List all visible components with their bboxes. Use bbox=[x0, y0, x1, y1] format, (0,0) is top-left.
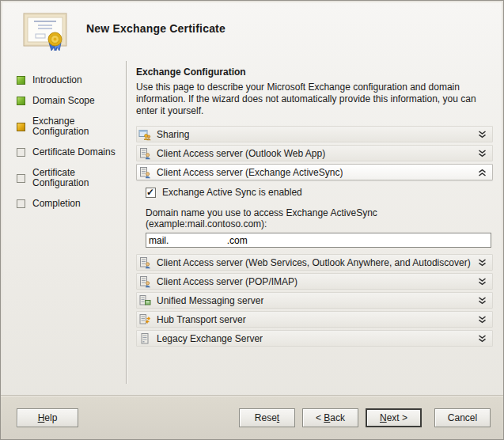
certificate-icon bbox=[23, 13, 69, 52]
activesync-enabled-label: Exchange Active Sync is enabled bbox=[162, 187, 302, 198]
hub-transport-server-icon bbox=[138, 313, 151, 326]
cancel-button[interactable]: Cancel bbox=[434, 408, 491, 427]
step-exchange-configuration: Exchange Configuration bbox=[17, 116, 126, 137]
chevron-double-down-icon[interactable] bbox=[478, 335, 487, 343]
client-access-server-icon bbox=[138, 256, 151, 269]
content-title: Exchange Configuration bbox=[136, 66, 493, 78]
page-title: New Exchange Certificate bbox=[86, 22, 225, 35]
step-certificate-domains: Certificate Domains bbox=[17, 147, 126, 157]
domain-name-label: Domain name you use to access Exchange A… bbox=[146, 207, 491, 229]
section-row-sharing[interactable]: Sharing bbox=[136, 126, 493, 142]
step-status-icon bbox=[17, 76, 25, 85]
reset-button[interactable]: Reset bbox=[239, 408, 295, 427]
client-access-server-icon bbox=[138, 275, 151, 288]
step-label: Completion bbox=[32, 199, 121, 209]
next-button[interactable]: Next > bbox=[366, 408, 422, 427]
client-access-server-icon bbox=[138, 147, 151, 160]
domain-name-input[interactable] bbox=[146, 233, 491, 248]
content-description: Use this page to describe your Microsoft… bbox=[136, 82, 493, 117]
section-label: Legacy Exchange Server bbox=[157, 333, 263, 344]
section-label: Sharing bbox=[157, 129, 189, 140]
section-label: Client Access server (Outlook Web App) bbox=[157, 148, 325, 159]
client-access-server-icon bbox=[138, 166, 151, 179]
chevron-double-up-icon[interactable] bbox=[478, 169, 487, 176]
step-label: Certificate Domains bbox=[32, 147, 121, 157]
step-status-icon bbox=[17, 174, 25, 183]
step-introduction: Introduction bbox=[17, 75, 126, 85]
step-label: Introduction bbox=[32, 75, 121, 85]
section-row-client-access-web-services[interactable]: Client Access server (Web Services, Outl… bbox=[136, 254, 493, 271]
step-completion: Completion bbox=[17, 199, 126, 209]
chevron-double-down-icon[interactable] bbox=[478, 150, 487, 157]
step-status-icon bbox=[17, 148, 25, 157]
section-label: Client Access server (Exchange ActiveSyn… bbox=[157, 167, 343, 178]
legacy-exchange-server-icon bbox=[138, 332, 151, 345]
section-row-legacy-exchange[interactable]: Legacy Exchange Server bbox=[136, 330, 493, 347]
activesync-enabled-row[interactable]: Exchange Active Sync is enabled bbox=[146, 187, 491, 198]
back-button[interactable]: < Back bbox=[302, 408, 358, 427]
activesync-panel: Exchange Active Sync is enabled Domain n… bbox=[136, 183, 493, 254]
sharing-icon bbox=[138, 128, 151, 141]
wizard-step-list: Introduction Domain Scope Exchange Confi… bbox=[1, 61, 126, 395]
step-certificate-configuration: Certificate Configuration bbox=[17, 168, 126, 188]
step-status-icon bbox=[17, 123, 25, 131]
step-label: Exchange Configuration bbox=[32, 116, 121, 137]
section-row-unified-messaging[interactable]: Unified Messaging server bbox=[136, 292, 493, 309]
section-label: Client Access server (Web Services, Outl… bbox=[157, 257, 471, 268]
help-button[interactable]: Help bbox=[17, 408, 78, 427]
wizard-body: Introduction Domain Scope Exchange Confi… bbox=[1, 61, 503, 395]
section-row-client-access-activesync[interactable]: Client Access server (Exchange ActiveSyn… bbox=[136, 164, 493, 180]
activesync-enabled-checkbox[interactable] bbox=[146, 188, 156, 198]
wizard-header: New Exchange Certificate bbox=[1, 1, 503, 61]
unified-messaging-server-icon bbox=[138, 294, 151, 307]
wizard-nav-buttons: Reset < Back Next > Cancel bbox=[232, 408, 491, 427]
chevron-double-down-icon[interactable] bbox=[478, 278, 487, 286]
chevron-double-down-icon[interactable] bbox=[478, 316, 487, 324]
step-label: Certificate Configuration bbox=[32, 168, 121, 188]
chevron-double-down-icon[interactable] bbox=[478, 259, 487, 267]
chevron-double-down-icon[interactable] bbox=[478, 297, 487, 305]
section-row-hub-transport[interactable]: Hub Transport server bbox=[136, 311, 493, 328]
footer-button-bar: Help Reset < Back Next > Cancel bbox=[1, 395, 503, 439]
step-status-icon bbox=[17, 97, 25, 105]
section-label: Unified Messaging server bbox=[157, 295, 263, 306]
chevron-double-down-icon[interactable] bbox=[478, 131, 487, 138]
step-domain-scope: Domain Scope bbox=[17, 96, 126, 106]
section-label: Hub Transport server bbox=[157, 314, 246, 325]
step-status-icon bbox=[17, 199, 25, 208]
step-label: Domain Scope bbox=[32, 96, 121, 106]
section-label: Client Access server (POP/IMAP) bbox=[157, 276, 297, 287]
section-row-client-access-pop-imap[interactable]: Client Access server (POP/IMAP) bbox=[136, 273, 493, 290]
new-exchange-certificate-wizard: New Exchange Certificate Introduction Do… bbox=[0, 0, 504, 440]
section-row-client-access-owa[interactable]: Client Access server (Outlook Web App) bbox=[136, 145, 493, 161]
exchange-configuration-page: Exchange Configuration Use this page to … bbox=[127, 61, 503, 395]
